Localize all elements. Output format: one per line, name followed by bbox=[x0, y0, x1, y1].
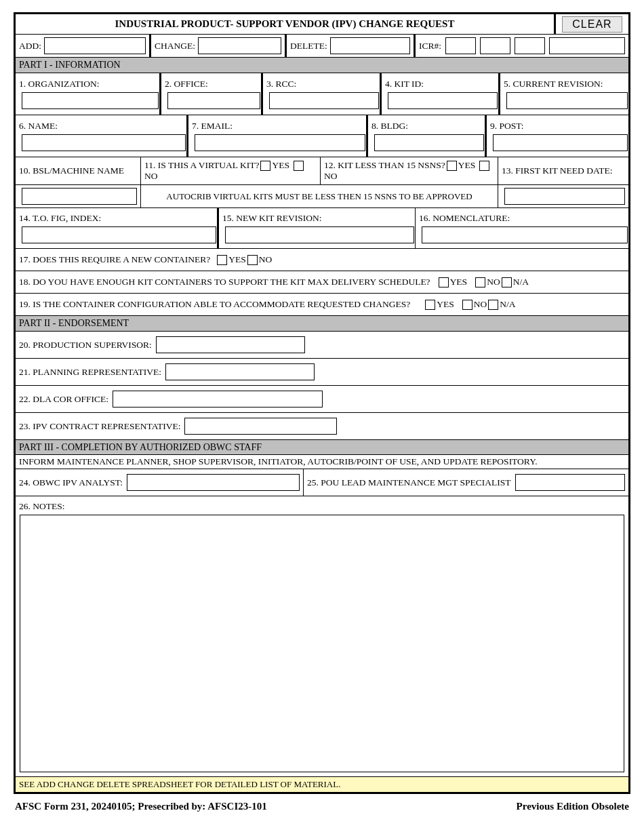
input-add[interactable] bbox=[44, 37, 146, 54]
cell-autocrib-hint: AUTOCRIB VIRTUAL KITS MUST BE LESS THEN … bbox=[141, 185, 498, 207]
label-22: 22. DLA COR OFFICE: bbox=[19, 394, 108, 405]
input-email[interactable] bbox=[195, 134, 365, 151]
input-currev[interactable] bbox=[506, 92, 628, 109]
row-6-9: 6. NAME: 7. EMAIL: 8. BLDG: 9. POST: bbox=[16, 115, 628, 157]
clear-button-cell: CLEAR bbox=[554, 14, 628, 34]
input-nomen[interactable] bbox=[422, 226, 628, 243]
label-24: 24. OBWC IPV ANALYST: bbox=[19, 477, 123, 488]
part3-header: PART III - COMPLETION BY AUTHORIZED OBWC… bbox=[16, 440, 628, 455]
input-24[interactable] bbox=[127, 474, 300, 491]
row-14-16: 14. T.O. FIG, INDEX: 15. NEW KIT REVISIO… bbox=[16, 208, 628, 249]
cell-19: 19. IS THE CONTAINER CONFIGURATION ABLE … bbox=[16, 294, 628, 315]
cell-bldg: 8. BLDG: bbox=[368, 115, 487, 157]
row-24-25: 24. OBWC IPV ANALYST: 25. POU LEAD MAINT… bbox=[16, 469, 628, 496]
label-18-yes: YES bbox=[450, 277, 468, 287]
label-less15-yes: YES bbox=[458, 160, 476, 171]
part3-note: INFORM MAINTENANCE PLANNER, SHOP SUPERVI… bbox=[16, 455, 628, 469]
input-icr-1[interactable] bbox=[445, 37, 476, 54]
checkbox-less15-no[interactable] bbox=[479, 161, 489, 171]
input-icr-2[interactable] bbox=[480, 37, 510, 54]
label-virtual-no: NO bbox=[144, 171, 158, 182]
row-19: 19. IS THE CONTAINER CONFIGURATION ABLE … bbox=[16, 294, 628, 316]
cell-nomen: 16. NOMENCLATURE: bbox=[416, 208, 628, 248]
label-organization: 1. ORGANIZATION: bbox=[19, 79, 100, 90]
row-22: 22. DLA COR OFFICE: bbox=[16, 386, 628, 413]
label-firstkit: 13. FIRST KIT NEED DATE: bbox=[502, 165, 612, 176]
input-22[interactable] bbox=[113, 391, 323, 408]
form-container: INDUSTRIAL PRODUCT- SUPPORT VENDOR (IPV)… bbox=[14, 12, 630, 794]
label-less15-no: NO bbox=[324, 171, 338, 182]
cell-office: 2. OFFICE: bbox=[161, 73, 263, 115]
cell-26: 26. NOTES: bbox=[16, 496, 628, 772]
clear-button[interactable]: CLEAR bbox=[562, 16, 622, 33]
checkbox-less15-yes[interactable] bbox=[447, 161, 457, 171]
input-notes[interactable] bbox=[20, 515, 624, 772]
yellow-bar: SEE ADD CHANGE DELETE SPREADSHEET FOR DE… bbox=[16, 776, 628, 792]
cell-23: 23. IPV CONTRACT REPRESENTATIVE: bbox=[16, 413, 628, 439]
label-virtualkit: 11. IS THIS A VIRTUAL KIT? bbox=[144, 160, 259, 171]
checkbox-17-yes[interactable] bbox=[217, 255, 227, 265]
checkbox-19-na[interactable] bbox=[488, 300, 498, 310]
input-rcc[interactable] bbox=[269, 92, 379, 109]
checkbox-virtual-yes[interactable] bbox=[260, 161, 270, 171]
cell-delete: DELETE: bbox=[287, 35, 416, 57]
part1-header: PART I - INFORMATION bbox=[16, 58, 628, 73]
cell-firstkit-label: 13. FIRST KIT NEED DATE: bbox=[498, 157, 628, 184]
input-newrev[interactable] bbox=[225, 226, 414, 243]
label-less15: 12. KIT LESS THAN 15 NSNS? bbox=[324, 160, 445, 171]
input-organization[interactable] bbox=[22, 92, 159, 109]
cell-21: 21. PLANNING REPRESENTATIVE: bbox=[16, 359, 628, 385]
input-firstkit[interactable] bbox=[504, 188, 625, 205]
cell-17: 17. DOES THIS REQUIRE A NEW CONTAINER? Y… bbox=[16, 249, 628, 271]
label-19-na: N/A bbox=[500, 299, 515, 310]
label-delete: DELETE: bbox=[290, 41, 327, 52]
cell-bsl-label: 10. BSL/MACHINE NAME bbox=[16, 157, 141, 184]
cell-rcc: 3. RCC: bbox=[263, 73, 382, 115]
label-17-no: NO bbox=[259, 254, 273, 265]
input-25[interactable] bbox=[515, 474, 625, 491]
label-change: CHANGE: bbox=[155, 41, 195, 52]
input-icr-3[interactable] bbox=[515, 37, 545, 54]
cell-name: 6. NAME: bbox=[16, 115, 188, 157]
cell-firstkit-input bbox=[498, 185, 628, 207]
label-office: 2. OFFICE: bbox=[165, 79, 208, 90]
footer-right: Previous Edition Obsolete bbox=[517, 801, 629, 812]
checkbox-17-no[interactable] bbox=[247, 255, 258, 265]
input-office[interactable] bbox=[167, 92, 260, 109]
input-icr-4[interactable] bbox=[549, 37, 625, 54]
row-action: ADD: CHANGE: DELETE: ICR#: bbox=[16, 35, 628, 58]
checkbox-virtual-no[interactable] bbox=[294, 161, 304, 171]
cell-virtualkit: 11. IS THIS A VIRTUAL KIT? YES NO bbox=[141, 157, 321, 184]
cell-18: 18. DO YOU HAVE ENOUGH KIT CONTAINERS TO… bbox=[16, 271, 628, 293]
input-kitid[interactable] bbox=[388, 92, 498, 109]
cell-24: 24. OBWC IPV ANALYST: bbox=[16, 469, 304, 496]
checkbox-18-na[interactable] bbox=[502, 277, 512, 287]
label-newrev: 15. NEW KIT REVISION: bbox=[222, 213, 322, 224]
row-21: 21. PLANNING REPRESENTATIVE: bbox=[16, 359, 628, 386]
input-post[interactable] bbox=[493, 134, 628, 151]
cell-icr: ICR#: bbox=[416, 35, 628, 57]
label-23: 23. IPV CONTRACT REPRESENTATIVE: bbox=[19, 421, 180, 432]
label-18-na: N/A bbox=[513, 277, 529, 287]
checkbox-19-no[interactable] bbox=[462, 300, 472, 310]
input-20[interactable] bbox=[156, 336, 305, 353]
cell-currev: 5. CURRENT REVISION: bbox=[500, 73, 628, 115]
label-currev: 5. CURRENT REVISION: bbox=[504, 79, 603, 90]
checkbox-18-yes[interactable] bbox=[439, 277, 449, 287]
checkbox-19-yes[interactable] bbox=[425, 300, 435, 310]
input-to[interactable] bbox=[22, 226, 216, 243]
input-21[interactable] bbox=[165, 363, 315, 380]
input-bldg[interactable] bbox=[374, 134, 484, 151]
label-to: 14. T.O. FIG, INDEX: bbox=[19, 213, 101, 224]
footer-left: AFSC Form 231, 20240105; Presecribed by:… bbox=[15, 801, 267, 812]
label-icr: ICR#: bbox=[419, 41, 441, 52]
cell-20: 20. PRODUCTION SUPERVISOR: bbox=[16, 332, 628, 358]
label-email: 7. EMAIL: bbox=[192, 121, 233, 132]
checkbox-18-no[interactable] bbox=[475, 277, 485, 287]
input-name[interactable] bbox=[22, 134, 186, 151]
input-change[interactable] bbox=[198, 37, 281, 54]
input-23[interactable] bbox=[184, 418, 337, 435]
autocrib-hint: AUTOCRIB VIRTUAL KITS MUST BE LESS THEN … bbox=[166, 188, 472, 205]
input-bsl[interactable] bbox=[22, 188, 137, 205]
input-delete[interactable] bbox=[330, 37, 410, 54]
